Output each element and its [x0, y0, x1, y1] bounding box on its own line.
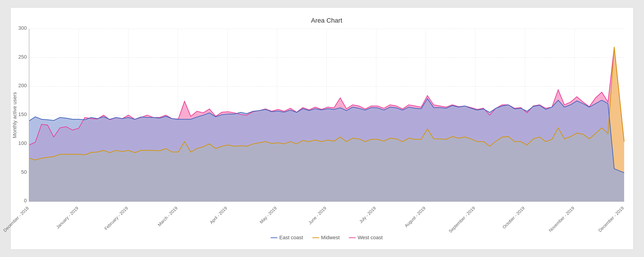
east-coast-area — [29, 98, 624, 201]
svg-text:300: 300 — [18, 25, 27, 31]
svg-text:November - 2019: November - 2019 — [548, 206, 575, 233]
chart-area: 0 50 100 150 200 250 300 Monthly active … — [29, 29, 624, 225]
svg-text:January - 2019: January - 2019 — [55, 206, 79, 230]
svg-text:200: 200 — [18, 83, 27, 88]
svg-text:150: 150 — [18, 111, 27, 117]
svg-text:250: 250 — [18, 54, 27, 60]
area-chart-svg: 0 50 100 150 200 250 300 Monthly active … — [29, 29, 624, 225]
svg-text:May - 2019: May - 2019 — [259, 206, 278, 225]
svg-text:October - 2019: October - 2019 — [502, 206, 526, 230]
svg-text:December - 2019: December - 2019 — [597, 206, 625, 233]
svg-text:0: 0 — [24, 198, 27, 204]
chart-container: Area Chart — [10, 7, 634, 250]
midwest-legend-line — [312, 237, 319, 238]
svg-text:August - 2019: August - 2019 — [404, 206, 426, 228]
svg-text:December - 2018: December - 2018 — [2, 206, 30, 233]
chart-legend: East coast Midwest West coast — [270, 235, 383, 241]
midwest-legend-label: Midwest — [321, 235, 340, 241]
legend-east-coast: East coast — [270, 235, 303, 241]
legend-midwest: Midwest — [312, 235, 340, 241]
svg-text:February - 2019: February - 2019 — [104, 206, 129, 231]
chart-title: Area Chart — [29, 17, 624, 24]
svg-text:June - 2019: June - 2019 — [308, 206, 327, 225]
west-coast-legend-label: West coast — [358, 235, 382, 241]
svg-text:March - 2019: March - 2019 — [157, 206, 178, 227]
svg-text:September - 2019: September - 2019 — [448, 206, 476, 234]
east-coast-legend-line — [270, 237, 278, 238]
svg-text:July - 2019: July - 2019 — [358, 206, 377, 224]
svg-text:50: 50 — [21, 169, 27, 175]
east-coast-legend-label: East coast — [279, 235, 303, 241]
west-coast-legend-line — [349, 237, 356, 238]
svg-text:April - 2019: April - 2019 — [209, 206, 228, 225]
svg-text:Monthly active users: Monthly active users — [12, 92, 18, 138]
svg-text:100: 100 — [18, 140, 27, 146]
legend-west-coast: West coast — [349, 235, 382, 241]
